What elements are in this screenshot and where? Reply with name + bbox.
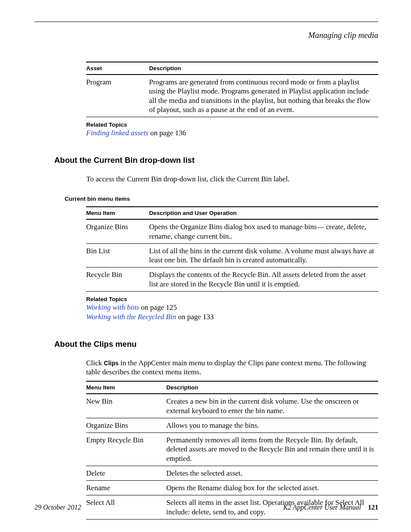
- cell: Creates a new bin in the current disk vo…: [166, 394, 378, 418]
- cell: Organize Bins: [86, 219, 149, 243]
- table2-h2: Description and User Operation: [149, 207, 378, 219]
- cell: Program: [86, 75, 149, 117]
- table2-wrap: Menu Item Description and User Operation…: [86, 206, 378, 321]
- link-working-with-bins[interactable]: Working with bins: [86, 303, 139, 311]
- table-row: Empty Recycle Bin Permanently removes al…: [86, 433, 378, 466]
- section1-intro: To access the Current Bin drop-down list…: [86, 174, 378, 184]
- page-footer: 29 October 2012 K2 AppCenter User Manual…: [34, 504, 378, 511]
- table-row: New Bin Creates a new bin in the current…: [86, 394, 378, 418]
- asset-table: Asset Description Program Programs are g…: [86, 62, 378, 117]
- table3-h1: Menu Item: [86, 381, 166, 394]
- page: Managing clip media Asset Description Pr…: [0, 0, 411, 532]
- intro-bold: Clips: [104, 360, 118, 367]
- table-row: Recycle Bin Displays the contents of the…: [86, 268, 378, 292]
- cell: Empty Recycle Bin: [86, 433, 166, 466]
- table2-h1: Menu Item: [86, 207, 149, 219]
- section1-body: To access the Current Bin drop-down list…: [86, 174, 378, 184]
- related-topics-heading: Related Topics: [86, 296, 378, 302]
- related-suffix: on page 136: [148, 129, 186, 137]
- heading-clips-menu: About the Clips menu: [54, 339, 378, 349]
- cell: Opens the Rename dialog box for the sele…: [166, 481, 378, 495]
- cell: Opens the Organize Bins dialog box used …: [149, 219, 378, 243]
- related-suffix: on page 133: [176, 313, 214, 321]
- table-row: Delete Deletes the selected asset.: [86, 466, 378, 480]
- table1-h1: Asset: [86, 62, 149, 75]
- related-topic-line: Working with the Recycled Bin on page 13…: [86, 313, 378, 321]
- heading-current-bin: About the Current Bin drop-down list: [54, 156, 378, 165]
- table1-h2: Description: [149, 62, 378, 75]
- table-row: Rename Opens the Rename dialog box for t…: [86, 481, 378, 495]
- cell: Rename: [86, 481, 166, 495]
- footer-date: 29 October 2012: [34, 504, 81, 511]
- table1-wrap: Asset Description Program Programs are g…: [86, 62, 378, 137]
- cell: Deletes the selected asset.: [166, 466, 378, 480]
- running-head: Managing clip media: [34, 31, 378, 40]
- table3-h2: Description: [166, 381, 378, 394]
- table-row: Bin List List of all the bins in the cur…: [86, 243, 378, 268]
- subheading-current-bin-menu: Current bin menu items: [65, 196, 378, 202]
- section2-intro: Click Clips in the AppCenter main menu t…: [86, 358, 378, 377]
- footer-right: K2 AppCenter User Manual 121: [283, 504, 378, 511]
- footer-manual-title: K2 AppCenter User Manual: [283, 504, 361, 511]
- related-topic-line: Working with bins on page 125: [86, 303, 378, 312]
- related-topic-line: Finding linked assets on page 136: [86, 129, 378, 137]
- table-row: Organize Bins Opens the Organize Bins di…: [86, 219, 378, 243]
- cell: Recycle Bin: [86, 268, 149, 292]
- cell: Delete: [86, 466, 166, 480]
- link-working-with-recycled-bin[interactable]: Working with the Recycled Bin: [86, 313, 176, 321]
- bin-menu-table: Menu Item Description and User Operation…: [86, 206, 378, 292]
- clips-menu-table: Menu Item Description New Bin Creates a …: [86, 381, 378, 520]
- cell: Programs are generated from continuous r…: [149, 75, 378, 117]
- page-number: 121: [368, 504, 378, 511]
- table-row: Organize Bins Allows you to manage the b…: [86, 418, 378, 432]
- cell: Allows you to manage the bins.: [166, 418, 378, 432]
- link-finding-linked-assets[interactable]: Finding linked assets: [86, 129, 148, 137]
- related-topics-heading: Related Topics: [86, 121, 378, 128]
- intro-pre: Click: [86, 359, 104, 367]
- cell: New Bin: [86, 394, 166, 418]
- intro-post: in the AppCenter main menu to display th…: [86, 359, 366, 376]
- top-rule: [34, 22, 378, 22]
- section2-body: Click Clips in the AppCenter main menu t…: [86, 358, 378, 520]
- related-suffix: on page 125: [139, 303, 177, 311]
- cell: Permanently removes all items from the R…: [166, 433, 378, 466]
- cell: Organize Bins: [86, 418, 166, 432]
- cell: Displays the contents of the Recycle Bin…: [149, 268, 378, 292]
- table-row: Program Programs are generated from cont…: [86, 75, 378, 117]
- cell: Bin List: [86, 243, 149, 268]
- cell: List of all the bins in the current disk…: [149, 243, 378, 268]
